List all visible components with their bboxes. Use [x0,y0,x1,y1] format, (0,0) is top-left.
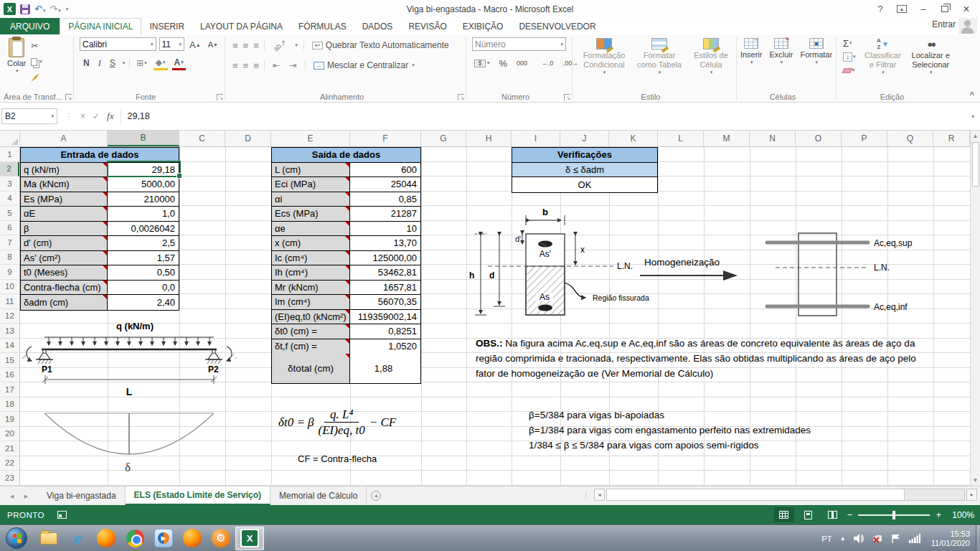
zoom-out-button[interactable]: − [847,509,853,520]
entrada-label-cell[interactable]: q (kN/m) [21,163,108,177]
vertical-scroll-thumb[interactable] [972,142,979,187]
sheet-nav-right-icon[interactable]: ▸ [24,491,29,501]
saida-label-cell[interactable]: δt,f (cm) = [272,339,350,354]
normal-view-button[interactable] [774,507,794,522]
column-header-k[interactable]: K [609,131,658,146]
taskbar-excel-button[interactable]: X [235,527,264,550]
align-center-icon[interactable]: ≡ [243,60,248,71]
column-header-h[interactable]: H [466,131,512,146]
redo-button[interactable]: ↷▾ [50,4,60,14]
cell-styles-button[interactable]: Estilos de Célula▾ [687,36,735,90]
clear-button[interactable]: ▾ [841,65,858,76]
taskbar-firefox2-button[interactable] [178,527,207,550]
tab-insert[interactable]: INSERIR [141,18,192,34]
tab-view[interactable]: EXIBIÇÃO [455,18,512,34]
saida-value-cell[interactable]: 25044 [350,177,420,192]
align-left-icon[interactable]: ≡ [232,60,237,71]
column-header-o[interactable]: O [796,131,842,146]
entrada-label-cell[interactable]: Ma (kNcm) [21,177,108,192]
verificacoes-result[interactable]: OK [512,177,657,192]
zoom-level[interactable]: 100% [947,510,974,520]
expand-formula-bar-button[interactable]: ▾ [971,113,980,120]
underline-button[interactable]: S [108,56,118,70]
saida-label-cell[interactable]: L (cm) [272,163,350,177]
zoom-in-button[interactable]: + [936,509,941,520]
saida-value-cell[interactable]: 10 [350,222,420,236]
align-right-icon[interactable]: ≡ [253,60,258,71]
cancel-button[interactable]: × [80,111,85,121]
splitter-handle[interactable]: ⋮ [583,491,590,499]
saida-label-cell[interactable]: Mr (kNcm) [272,281,350,295]
action-center-flag-icon[interactable] [891,534,901,543]
row-header[interactable]: 22 [0,456,19,471]
row-header[interactable]: 1 [0,147,19,162]
row-header[interactable]: 12 [0,309,19,324]
column-header-c[interactable]: C [179,131,225,146]
saida-value-cell[interactable]: 1,0520 [350,339,420,354]
row-header[interactable]: 13 [0,324,19,339]
save-icon[interactable] [20,4,30,14]
saida-value-cell[interactable]: 600 [350,163,420,177]
saida-title[interactable]: Saída de dados [272,148,420,163]
column-header-p[interactable]: P [842,131,887,146]
font-size-combo[interactable]: 11▾ [159,37,185,51]
wrap-text-button[interactable]: ↩Quebrar Texto Automaticamente [310,38,451,52]
row-header[interactable]: 17 [0,382,19,397]
entrada-value-cell[interactable]: 0,0 [108,281,179,295]
sheet-tab-els[interactable]: ELS (Estado Limite de Serviço) [126,486,270,505]
tab-page-layout[interactable]: LAYOUT DA PÁGINA [192,18,291,34]
select-all-corner[interactable] [0,131,20,146]
saida-value-cell[interactable]: 56070,35 [350,295,420,309]
comma-style-button[interactable]: 000 [514,56,529,70]
sign-in-link[interactable]: Entrar [932,19,956,29]
format-painter-button[interactable] [29,70,44,85]
align-bottom-icon[interactable]: ≡ [253,40,258,51]
fill-button[interactable]: ↓▾ [841,51,858,62]
increase-decimal-button[interactable]: ←,0 [540,56,556,70]
page-break-view-button[interactable] [823,507,843,522]
show-desktop-button[interactable] [976,525,980,551]
bold-button[interactable]: N [81,56,92,70]
column-header-d[interactable]: D [225,131,271,146]
insert-cells-button[interactable]: ← Inserir▾ [738,36,765,90]
row-header[interactable]: 6 [0,221,19,236]
autosum-button[interactable]: Σ▾ [841,37,858,49]
shrink-font-button[interactable]: A▼ [206,37,220,52]
entrada-value-cell[interactable]: 1,0 [108,207,179,221]
minimize-button[interactable]: – [914,2,933,17]
entrada-value-cell[interactable]: 210000 [108,192,179,207]
increase-indent-button[interactable]: ⇥ [288,58,299,72]
saida-total-label[interactable]: δtotal (cm) [272,354,350,383]
currency-format-button[interactable]: $▾ [472,56,492,70]
conditional-formatting-button[interactable]: Formatação Condicional▾ [577,36,631,90]
row-header[interactable]: 16 [0,368,19,383]
taskbar-clock[interactable]: 15:53 11/01/2020 [931,529,970,548]
delete-cells-button[interactable]: × Excluir▾ [766,36,796,90]
verificacoes-title[interactable]: Verificações [512,148,657,163]
entrada-label-cell[interactable]: As' (cm²) [21,251,108,265]
saida-label-cell[interactable]: (EI)eq,t0 (kNcm²) [272,310,350,324]
paste-button[interactable]: Colar▾ [4,36,29,90]
column-header-j[interactable]: J [560,131,609,146]
fill-color-button[interactable]: ◆▾ [154,56,168,70]
row-header[interactable]: 23 [0,471,19,486]
percent-style-button[interactable]: % [497,56,510,70]
add-sheet-button[interactable]: + [367,486,385,505]
tab-file[interactable]: ARQUIVO [0,18,60,34]
entrada-label-cell[interactable]: Es (MPa) [21,192,108,207]
column-header-q[interactable]: Q [887,131,933,146]
align-top-icon[interactable]: ≡ [232,40,237,51]
tab-developer[interactable]: DESENVOLVEDOR [511,18,603,34]
column-header-n[interactable]: N [750,131,796,146]
row-header[interactable]: 3 [0,176,19,192]
row-header[interactable]: 2 [0,162,19,177]
number-dialog-launcher[interactable]: ↘ [564,94,570,100]
zoom-slider[interactable] [858,514,930,516]
saida-value-cell[interactable]: 21287 [350,207,420,221]
decrease-indent-button[interactable]: ⇤ [270,58,282,72]
tab-data[interactable]: DADOS [354,18,401,34]
sheet-nav-left-icon[interactable]: ◂ [10,491,14,501]
find-select-button[interactable]: ●● Localizar e Selecionar▾ [906,36,955,90]
column-header-g[interactable]: G [421,131,466,146]
network-signal-icon[interactable] [909,534,920,543]
